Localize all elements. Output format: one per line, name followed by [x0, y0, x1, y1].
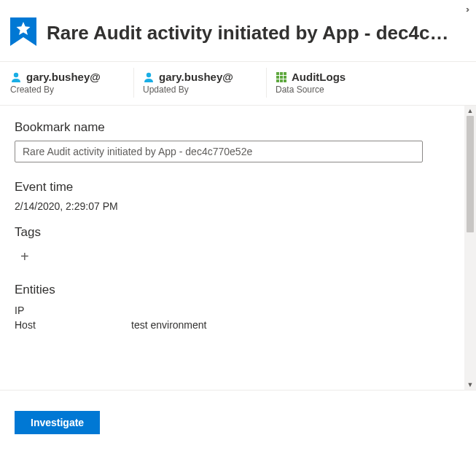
created-by-label: Created By: [10, 85, 125, 95]
created-by-value: gary.bushey@: [26, 71, 101, 83]
svg-rect-4: [284, 72, 286, 75]
svg-rect-2: [276, 72, 279, 75]
panel-header: Rare Audit activity initiated by App - d…: [0, 15, 476, 62]
updated-by-label: Updated By: [143, 85, 257, 95]
grid-icon: [276, 71, 287, 83]
person-icon: [10, 71, 22, 83]
scroll-thumb[interactable]: [467, 116, 474, 232]
svg-rect-8: [276, 79, 279, 82]
content-area: Bookmark name Event time 2/14/2020, 2:29…: [0, 106, 464, 390]
svg-rect-5: [276, 76, 279, 79]
data-source-value: AuditLogs: [292, 71, 346, 83]
bookmark-name-input[interactable]: [15, 141, 423, 162]
svg-rect-6: [280, 76, 283, 79]
scroll-down-icon[interactable]: ▼: [464, 380, 476, 390]
person-icon: [143, 71, 155, 83]
updated-by-cell: gary.bushey@ Updated By: [143, 68, 267, 98]
svg-rect-7: [284, 76, 286, 79]
event-time-label: Event time: [15, 180, 450, 195]
bookmark-name-label: Bookmark name: [15, 120, 450, 135]
entities-table: IP Host test environment: [15, 303, 450, 332]
scroll-up-icon[interactable]: ▲: [464, 106, 476, 116]
svg-rect-3: [280, 72, 283, 75]
svg-rect-10: [284, 79, 286, 82]
scrollbar[interactable]: ▲ ▼: [464, 106, 476, 390]
investigate-button[interactable]: Investigate: [15, 411, 100, 434]
data-source-cell: AuditLogs Data Source: [276, 68, 399, 98]
entity-row: Host test environment: [15, 318, 450, 332]
entity-key: IP: [15, 305, 131, 316]
event-time-value: 2/14/2020, 2:29:07 PM: [15, 200, 450, 212]
expand-icon[interactable]: ››: [466, 4, 467, 15]
entity-value: test environment: [131, 319, 207, 331]
bookmark-icon: [10, 17, 36, 48]
tags-label: Tags: [15, 225, 450, 240]
svg-rect-9: [280, 79, 283, 82]
footer: Investigate: [0, 390, 476, 455]
entity-key: Host: [15, 319, 131, 331]
page-title: Rare Audit activity initiated by App - d…: [47, 22, 448, 44]
entity-row: IP: [15, 303, 450, 318]
data-source-label: Data Source: [276, 85, 391, 95]
svg-point-0: [14, 72, 18, 76]
created-by-cell: gary.bushey@ Created By: [10, 68, 134, 98]
meta-row: gary.bushey@ Created By gary.bushey@ Upd…: [0, 62, 476, 106]
entities-label: Entities: [15, 283, 450, 297]
add-tag-button[interactable]: +: [15, 246, 29, 265]
updated-by-value: gary.bushey@: [159, 71, 233, 83]
svg-point-1: [147, 72, 151, 76]
